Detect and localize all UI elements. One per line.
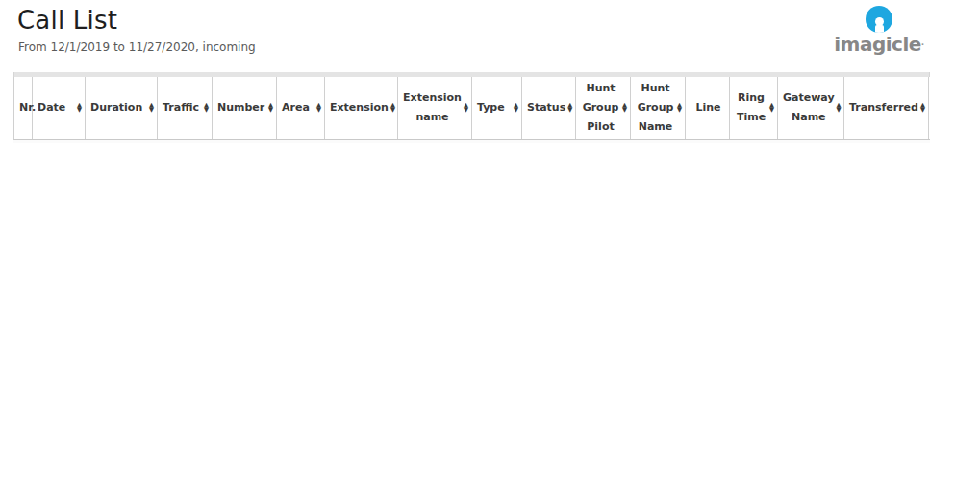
column-header-hunt_group_pilot[interactable]: HuntGroupPilot▲▼ xyxy=(576,77,631,139)
column-label-extension: Extension xyxy=(330,98,389,117)
column-label-hunt_group_name: HuntGroupName xyxy=(636,79,675,137)
sort-icon[interactable]: ▲▼ xyxy=(204,103,209,114)
sort-icon[interactable]: ▲▼ xyxy=(77,103,82,114)
sort-icon[interactable]: ▲▼ xyxy=(677,103,682,114)
sort-icon[interactable]: ▲▼ xyxy=(316,103,321,114)
column-header-status[interactable]: Status▲▼ xyxy=(522,77,576,139)
column-header-duration[interactable]: Duration▲▼ xyxy=(86,77,158,139)
column-header-extension[interactable]: Extension▲▼ xyxy=(325,77,398,139)
page-title: Call List xyxy=(17,6,117,35)
column-label-extension_name: Extensionname xyxy=(403,89,462,127)
sort-icon[interactable]: ▲▼ xyxy=(268,103,273,114)
column-header-line: Line xyxy=(686,77,730,139)
call-list-page: Call List From 12/1/2019 to 11/27/2020, … xyxy=(0,0,980,490)
column-label-transferred: Transferred xyxy=(849,98,918,117)
sort-icon[interactable]: ▲▼ xyxy=(769,103,774,114)
column-label-ring_time: RingTime xyxy=(735,89,767,127)
imagicle-logo: imagicle· xyxy=(826,6,932,55)
table-header-row: Nr.Date▲▼Duration▲▼Traffic▲▼Number▲▼Area… xyxy=(13,77,930,140)
column-header-area[interactable]: Area▲▼ xyxy=(277,77,325,139)
column-label-date: Date xyxy=(38,98,75,117)
sort-icon[interactable]: ▲▼ xyxy=(149,103,154,114)
column-header-ring_time[interactable]: RingTime▲▼ xyxy=(730,77,778,139)
column-label-gateway_name: GatewayName xyxy=(783,89,835,127)
column-label-hunt_group_pilot: HuntGroupPilot xyxy=(581,79,620,137)
column-header-transferred[interactable]: Transferred▲▼ xyxy=(844,77,929,139)
logo-trademark: · xyxy=(921,39,924,49)
column-label-type: Type xyxy=(477,98,512,117)
column-label-traffic: Traffic xyxy=(163,98,202,117)
column-header-extension_name[interactable]: Extensionname▲▼ xyxy=(398,77,472,139)
sort-icon[interactable]: ▲▼ xyxy=(464,103,468,114)
logo-stem xyxy=(875,25,884,33)
sort-icon[interactable]: ▲▼ xyxy=(390,103,395,114)
sort-icon[interactable]: ▲▼ xyxy=(837,103,842,114)
column-label-duration: Duration xyxy=(90,98,147,117)
column-header-traffic[interactable]: Traffic▲▼ xyxy=(158,77,213,139)
column-label-status: Status xyxy=(527,98,565,117)
sort-icon[interactable]: ▲▼ xyxy=(622,103,627,114)
page-subtitle: From 12/1/2019 to 11/27/2020, incoming xyxy=(18,40,256,54)
column-header-type[interactable]: Type▲▼ xyxy=(472,77,522,139)
column-label-number: Number xyxy=(217,98,266,117)
column-label-area: Area xyxy=(282,98,314,117)
sort-icon[interactable]: ▲▼ xyxy=(920,103,925,114)
sort-icon[interactable]: ▲▼ xyxy=(514,103,518,114)
sort-icon[interactable]: ▲▼ xyxy=(567,103,572,114)
column-header-nr: Nr. xyxy=(14,77,33,139)
column-header-hunt_group_name[interactable]: HuntGroupName▲▼ xyxy=(631,77,686,139)
column-label-line: Line xyxy=(691,98,726,117)
logo-text: imagicle· xyxy=(826,34,932,55)
call-list-table: Nr.Date▲▼Duration▲▼Traffic▲▼Number▲▼Area… xyxy=(13,72,930,143)
column-header-number[interactable]: Number▲▼ xyxy=(213,77,277,139)
imagicle-logo-icon xyxy=(866,6,892,33)
column-header-date[interactable]: Date▲▼ xyxy=(33,77,86,139)
cutoff-row xyxy=(13,140,930,143)
column-header-gateway_name[interactable]: GatewayName▲▼ xyxy=(778,77,844,139)
